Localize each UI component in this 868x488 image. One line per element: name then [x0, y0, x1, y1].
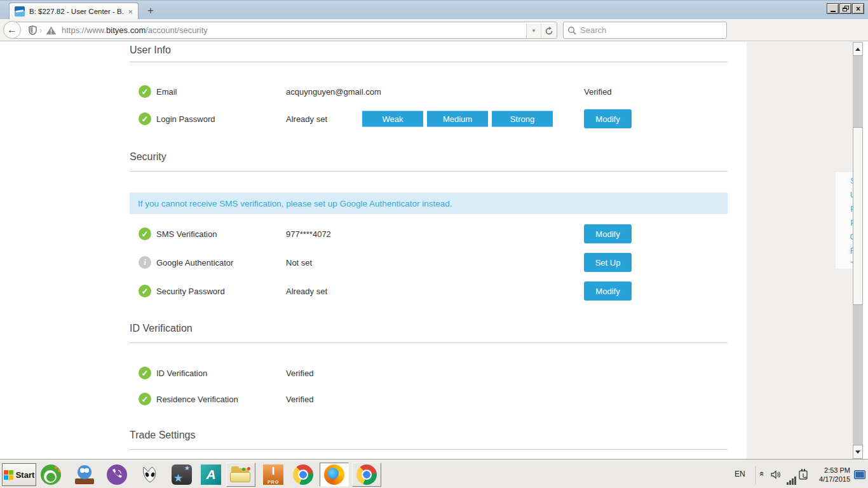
- bityes-favicon-icon: [15, 6, 25, 17]
- foobar2000-icon[interactable]: [140, 464, 160, 485]
- gray-info-icon: i: [139, 256, 151, 269]
- divider: [130, 171, 728, 172]
- start-label: Start: [16, 470, 35, 480]
- firefox-icon: [324, 464, 344, 485]
- url-path: /account/security: [146, 25, 208, 35]
- id-verification-value: Verified: [286, 369, 313, 378]
- taskbar-clock[interactable]: 2:53 PM 4/17/2015: [811, 466, 850, 484]
- tab-close-icon[interactable]: ×: [128, 8, 133, 16]
- section-title-security: Security: [130, 151, 166, 163]
- new-tab-button[interactable]: +: [144, 4, 158, 17]
- security-password-value: Already set: [286, 287, 327, 296]
- divider: [130, 62, 728, 62]
- sms-notice-banner: If you cannot receive SMS verification, …: [130, 193, 728, 214]
- setup-google-auth-button[interactable]: Set Up: [584, 253, 632, 272]
- tray-divider: [756, 466, 756, 484]
- modify-security-password-button[interactable]: Modify: [584, 281, 632, 301]
- divider: [130, 449, 728, 450]
- row-label: Security Password: [156, 287, 225, 296]
- windows-taskbar: Start ★★ A IPRO EN: [0, 460, 868, 488]
- green-check-icon: ✓: [139, 367, 151, 379]
- url-domain: bityes.com: [106, 25, 146, 35]
- row-label: Google Authenticator: [156, 258, 233, 268]
- close-button[interactable]: ×: [852, 3, 864, 14]
- tray-date: 4/17/2015: [811, 475, 850, 484]
- show-desktop-icon[interactable]: [854, 470, 865, 479]
- url-dropdown-icon[interactable]: ▼: [527, 28, 541, 34]
- section-title-trade-settings: Trade Settings: [130, 430, 195, 441]
- green-check-icon: ✓: [139, 112, 151, 125]
- modify-sms-button[interactable]: Modify: [584, 224, 632, 243]
- modify-login-password-button[interactable]: Modify: [584, 109, 632, 128]
- chrome-icon[interactable]: [293, 464, 313, 485]
- section-title-id-verification: ID Verification: [130, 323, 193, 334]
- scroll-up-button[interactable]: [853, 42, 863, 56]
- blue-stars-app-icon[interactable]: ★★: [172, 464, 192, 485]
- email-value: acquynguyen@gmail.com: [286, 87, 381, 97]
- strength-strong: Strong: [492, 111, 553, 127]
- vertical-scrollbar[interactable]: [853, 42, 863, 459]
- taskbar-button-chrome[interactable]: [352, 463, 381, 487]
- row-label: SMS Verification: [156, 229, 217, 239]
- page-viewport: User Info ✓ Email acquynguyen@gmail.com …: [0, 42, 853, 459]
- sms-value: 977****4072: [286, 229, 331, 239]
- search-bar[interactable]: [563, 22, 727, 39]
- volume-icon[interactable]: [770, 469, 782, 483]
- taskbar-button-firefox-active[interactable]: [320, 463, 349, 487]
- window-titlebar: B: $227.82 - User Center - B... × + ×: [0, 0, 868, 19]
- safely-remove-hardware-icon[interactable]: [798, 468, 810, 484]
- coc-coc-browser-icon[interactable]: [41, 464, 61, 485]
- scroll-down-button[interactable]: [853, 445, 863, 459]
- browser-navbar: › https://www.bityes.com/account/securit…: [0, 19, 868, 41]
- owl-reader-icon[interactable]: [74, 464, 95, 485]
- row-security-password: ✓ Security Password Already set Modify: [130, 281, 728, 301]
- autocad-icon[interactable]: A: [201, 464, 221, 485]
- minimize-button[interactable]: [827, 3, 839, 14]
- account-security-content: User Info ✓ Email acquynguyen@gmail.com …: [130, 42, 728, 459]
- inventor-pro-icon[interactable]: IPRO: [263, 464, 283, 485]
- tray-expand-icon[interactable]: «: [757, 471, 767, 476]
- scrollbar-thumb[interactable]: [853, 127, 863, 305]
- language-indicator[interactable]: EN: [735, 470, 745, 478]
- viber-icon[interactable]: [107, 464, 127, 485]
- green-check-icon: ✓: [139, 227, 151, 240]
- row-email: ✓ Email acquynguyen@gmail.com Verified: [130, 84, 728, 99]
- google-auth-value: Not set: [286, 258, 312, 268]
- row-label: ID Verification: [156, 369, 207, 378]
- row-residence-verification: ✓ Residence Verification Verified: [130, 391, 728, 407]
- url-bar[interactable]: › https://www.bityes.com/account/securit…: [13, 22, 557, 39]
- restore-button[interactable]: [839, 3, 851, 14]
- strength-weak: Weak: [362, 111, 423, 127]
- row-label: Login Password: [156, 114, 215, 124]
- back-button[interactable]: ←: [3, 21, 21, 39]
- strength-medium: Medium: [427, 111, 488, 127]
- email-status: Verified: [584, 87, 611, 97]
- warning-triangle-icon: [46, 26, 57, 35]
- taskbar-button-file-explorer[interactable]: [226, 463, 255, 487]
- tray-time: 2:53 PM: [811, 466, 850, 475]
- section-title-user-info: User Info: [130, 44, 171, 56]
- url-prefix: https://www.: [62, 25, 106, 35]
- green-check-icon: ✓: [139, 285, 151, 297]
- network-signal-icon[interactable]: [787, 477, 796, 485]
- search-icon: [567, 26, 576, 35]
- chrome-icon: [356, 464, 377, 485]
- url-text[interactable]: https://www.bityes.com/account/security: [62, 25, 208, 35]
- green-check-icon: ✓: [139, 393, 151, 405]
- password-strength-meter: Weak Medium Strong: [362, 111, 553, 127]
- search-input[interactable]: [580, 25, 707, 35]
- login-password-value: Already set: [286, 114, 327, 124]
- windows-logo-icon: [4, 470, 13, 480]
- row-sms-verification: ✓ SMS Verification 977****4072 Modify: [130, 224, 728, 243]
- shield-icon: [29, 25, 37, 35]
- tab-title: B: $227.82 - User Center - B...: [29, 8, 124, 15]
- url-controls: ▼: [526, 24, 556, 38]
- divider: [130, 342, 728, 343]
- row-label: Residence Verification: [156, 395, 238, 404]
- row-label: Email: [156, 87, 177, 97]
- reload-icon[interactable]: [541, 24, 556, 38]
- breadcrumb-chevron-icon: ›: [39, 26, 42, 35]
- row-google-authenticator: i Google Authenticator Not set Set Up: [130, 253, 728, 272]
- browser-tab[interactable]: B: $227.82 - User Center - B... ×: [9, 3, 139, 20]
- start-button[interactable]: Start: [2, 463, 36, 486]
